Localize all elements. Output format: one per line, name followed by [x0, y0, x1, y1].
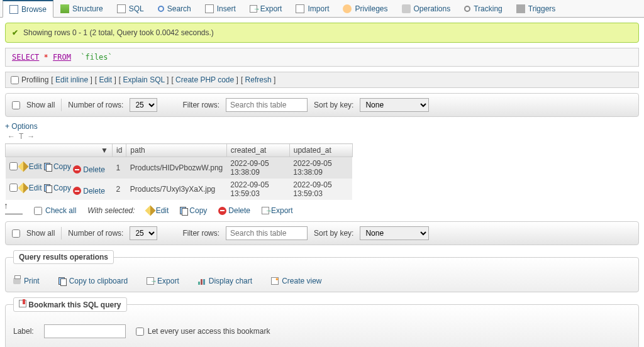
arrow-left-icon[interactable]: ←	[8, 132, 15, 141]
delete-icon	[218, 207, 226, 215]
options-link[interactable]: + Options	[5, 122, 639, 131]
bookmark-public-checkbox[interactable]	[136, 328, 144, 336]
sql-kw-select[interactable]: SELECT	[12, 53, 39, 62]
export-link[interactable]: Export	[147, 277, 179, 285]
column-order-icons: ← T →	[5, 132, 639, 141]
explain-sql-link[interactable]: Explain SQL	[123, 75, 164, 84]
profiling-checkbox[interactable]	[11, 76, 19, 84]
query-results-operations: Query results operations Print Copy to c…	[5, 250, 639, 292]
bulk-export[interactable]: Export	[262, 206, 293, 215]
bulk-delete[interactable]: Delete	[218, 206, 250, 215]
check-all-checkbox[interactable]	[34, 207, 42, 215]
tab-triggers[interactable]: Triggers	[509, 0, 563, 17]
row-checkbox[interactable]	[9, 184, 18, 192]
print-link[interactable]: Print	[13, 277, 40, 285]
tab-import[interactable]: Import	[289, 0, 336, 17]
bulk-copy[interactable]: Copy	[180, 206, 207, 215]
bulk-edit[interactable]: Edit	[147, 206, 169, 215]
table-toolbar-bottom: Show all Number of rows: 25 Filter rows:…	[5, 221, 639, 245]
filter-input[interactable]	[226, 226, 308, 240]
tab-privileges[interactable]: Privileges	[336, 0, 394, 17]
export-icon	[147, 277, 154, 285]
rows-select[interactable]: 25	[130, 226, 157, 240]
tab-operations[interactable]: Operations	[395, 0, 458, 17]
tab-export[interactable]: Export	[243, 0, 289, 17]
profiling-bar: Profiling [ Edit inline ] [ Edit ] [ Exp…	[5, 72, 639, 88]
tab-browse[interactable]: Browse	[3, 0, 53, 18]
row-delete[interactable]: Delete	[73, 187, 105, 196]
view-icon	[271, 277, 279, 285]
sql-kw-from[interactable]: FROM	[53, 53, 71, 62]
filter-input[interactable]	[226, 98, 308, 112]
row-checkbox[interactable]	[9, 162, 18, 170]
row-edit[interactable]: Edit	[19, 162, 42, 171]
tab-structure[interactable]: Structure	[53, 0, 110, 17]
tab-tracking[interactable]: Tracking	[457, 0, 509, 17]
triggers-icon	[516, 4, 525, 13]
chart-icon	[198, 277, 206, 285]
actions-header: ▼	[6, 144, 113, 157]
copy-icon	[44, 163, 52, 170]
tracking-icon	[464, 6, 470, 12]
col-updated[interactable]: updated_at	[289, 144, 352, 157]
table-toolbar-top: Show all Number of rows: 25 Filter rows:…	[5, 93, 639, 117]
pencil-icon	[18, 161, 28, 172]
col-path[interactable]: path	[126, 144, 226, 157]
topmenu-tabs: Browse Structure SQL Search Insert Expor…	[0, 0, 644, 18]
pencil-icon	[18, 182, 28, 193]
success-message: ✔ Showing rows 0 - 1 (2 total, Query too…	[5, 23, 639, 43]
refresh-link[interactable]: Refresh	[245, 75, 272, 84]
sort-select[interactable]: None	[360, 98, 429, 112]
tab-insert[interactable]: Insert	[198, 0, 243, 17]
arrow-right-icon[interactable]: →	[27, 132, 35, 141]
search-icon	[158, 6, 164, 12]
col-created[interactable]: created_at	[226, 144, 289, 157]
copy-icon	[44, 184, 52, 192]
row-copy[interactable]: Copy	[44, 184, 71, 192]
sort-select[interactable]: None	[360, 226, 429, 240]
pencil-icon	[145, 206, 155, 216]
rows-select[interactable]: 25	[130, 98, 157, 112]
table-row: Edit Copy Delete 1Products/HIDvPbozwW.pn…	[6, 157, 353, 179]
print-icon	[13, 278, 21, 284]
export-icon	[262, 207, 269, 214]
bookmark-fieldset: Bookmark this SQL query Label: Let every…	[5, 297, 639, 347]
row-copy[interactable]: Copy	[44, 162, 71, 171]
browse-icon	[9, 5, 18, 14]
sql-icon	[117, 4, 126, 13]
tab-sql[interactable]: SQL	[110, 0, 151, 17]
structure-icon	[60, 4, 69, 13]
copy-icon	[180, 207, 187, 214]
check-all-link[interactable]: Check all	[45, 206, 76, 215]
privileges-icon	[343, 4, 352, 13]
tab-search[interactable]: Search	[151, 0, 198, 17]
copy-icon	[58, 277, 66, 285]
copy-clipboard-link[interactable]: Copy to clipboard	[58, 277, 128, 285]
import-icon	[296, 4, 304, 13]
create-view-link[interactable]: Create view	[271, 277, 321, 285]
table-row: Edit Copy Delete 2Products/7Uxyl3yXaX.jp…	[6, 179, 353, 200]
delete-icon	[73, 187, 81, 195]
create-php-link[interactable]: Create PHP code	[175, 75, 234, 84]
row-delete[interactable]: Delete	[73, 165, 105, 174]
sql-query-display: SELECT * FROM `files`	[5, 48, 639, 67]
operations-icon	[402, 4, 411, 13]
display-chart-link[interactable]: Display chart	[198, 277, 252, 285]
check-icon: ✔	[12, 28, 18, 37]
edit-link[interactable]: Edit	[99, 75, 112, 84]
bookmark-label-input[interactable]	[44, 324, 126, 338]
show-all-checkbox[interactable]	[12, 101, 20, 109]
arrow-indicator-icon	[5, 207, 23, 214]
bookmark-icon	[19, 300, 26, 307]
results-table: ▼ id path created_at updated_at Edit Cop…	[5, 143, 353, 200]
delete-icon	[73, 165, 81, 174]
insert-icon	[205, 4, 214, 13]
show-all-checkbox[interactable]	[12, 229, 20, 238]
bulk-actions: Check all With selected: Edit Copy Delet…	[5, 206, 639, 215]
row-edit[interactable]: Edit	[19, 184, 42, 192]
text-icon[interactable]: T	[19, 132, 23, 141]
edit-inline-link[interactable]: Edit inline	[55, 75, 88, 84]
export-icon	[250, 5, 257, 13]
col-id[interactable]: id	[113, 144, 126, 157]
